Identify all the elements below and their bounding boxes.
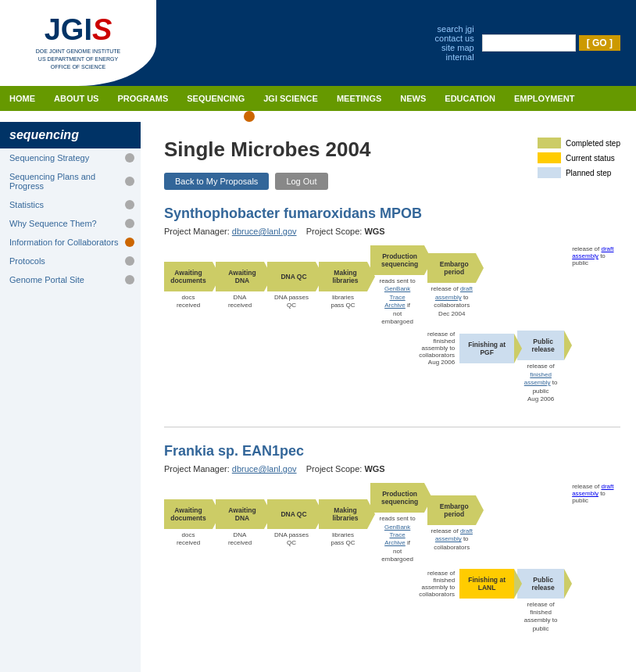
step-dna-qc-0: DNA QC [267, 262, 316, 291]
step-label-3: librariespass QC [331, 294, 355, 310]
sidebar-link-statistics[interactable]: Statistics [9, 200, 120, 209]
sidebar-item-genome-portal[interactable]: Genome Portal Site [0, 270, 141, 289]
logout-button[interactable]: Log Out [275, 173, 327, 190]
header: JGIS DOE JOINT GENOME INSTITUTE US DEPAR… [0, 0, 636, 86]
step-col-finishing-0: release of finished assembly tocollabora… [414, 331, 514, 366]
nav-programs[interactable]: PROGRAMS [108, 86, 177, 111]
sidebar-item-protocols[interactable]: Protocols [0, 252, 141, 270]
step-col-public-0: Publicrelease release of finishedassembl… [517, 331, 564, 403]
sidebar-item-why-sequence[interactable]: Why Sequence Them? [0, 214, 141, 233]
step-label-2-3: librariespass QC [331, 531, 355, 548]
step-label-1: DNAreceived [228, 294, 252, 310]
project-1-pipeline: Awaitingdocuments docsreceived AwaitingD… [164, 245, 620, 403]
step-bottom-label-left-0: release of finished assembly tocollabora… [414, 331, 455, 366]
search-jgi-link[interactable]: search jgi [435, 24, 474, 34]
draft-assembly-link-1[interactable]: draftassembly [435, 285, 473, 300]
step-col-public-2: Publicrelease release of finishedassembl… [517, 569, 564, 634]
sidebar-item-sequencing-strategy[interactable]: Sequencing Strategy [0, 148, 141, 167]
step-label-2-2: DNA passesQC [274, 531, 309, 548]
draft-assembly-link-2[interactable]: draftassembly [435, 527, 473, 542]
nav-meetings[interactable]: MEETINGS [327, 86, 391, 111]
back-button[interactable]: Back to My Proposals [164, 173, 269, 190]
nav-about-us[interactable]: ABOUT US [45, 86, 108, 111]
pipeline-main: Awaitingdocuments docsreceived AwaitingD… [164, 245, 566, 403]
jgi-logo: JGIS [45, 15, 113, 45]
genbank-link-1[interactable]: GenBankTraceArchive [384, 285, 410, 309]
nav-education[interactable]: EDUCATION [435, 86, 505, 111]
legend: Completed step Current status Planned st… [538, 138, 620, 178]
step-label-public-0: release of finishedassembly topublicAug … [517, 363, 564, 403]
sidebar-item-plans-progress[interactable]: Sequencing Plans and Progress [0, 167, 141, 195]
step-label-4: reads sent to GenBankTraceArchive ifnote… [372, 277, 423, 326]
legend-current-label: Current status [566, 154, 615, 163]
nav-employment[interactable]: EMPLOYMENT [505, 86, 584, 111]
step-awaiting-docs-2: Awaitingdocuments [164, 499, 213, 529]
main-layout: sequencing Sequencing Strategy Sequencin… [0, 122, 636, 672]
genbank-link-2[interactable]: GenBankTraceArchive [384, 524, 410, 547]
doe-text: DOE JOINT GENOME INSTITUTE US DEPARTMENT… [36, 48, 120, 70]
nav-jgi-science[interactable]: JGI SCIENCE [254, 86, 327, 111]
header-links: search jgi contact us site map internal [435, 24, 474, 62]
internal-link[interactable]: internal [435, 52, 474, 62]
step-col-2-5: Embargoperiod release of draftassembly t… [427, 495, 476, 552]
step-col-5: Embargoperiod release of draftassembly t… [427, 253, 476, 318]
divider-1 [164, 427, 620, 427]
project-2-section: Frankia sp. EAN1pec Project Manager: dbr… [164, 443, 620, 633]
step-col-2-2: DNA QC DNA passesQC [267, 499, 316, 548]
sidebar-dot-5 [125, 256, 134, 266]
step-awaiting-docs-0: Awaitingdocuments [164, 262, 213, 291]
search-input[interactable] [482, 34, 576, 52]
legend-planned-label: Planned step [566, 169, 611, 177]
contact-us-link[interactable]: contact us [435, 34, 474, 43]
step-label-2-4: reads sent to GenBankTraceArchive ifnote… [372, 515, 423, 563]
legend-planned: Planned step [538, 167, 620, 178]
nav-bar: HOME ABOUT US PROGRAMS SEQUENCING JGI SC… [0, 86, 636, 111]
step-col-4: Productionsequencing reads sent to GenBa… [370, 245, 424, 326]
step-col-2-0: Awaitingdocuments docsreceived [164, 499, 213, 548]
nav-home[interactable]: HOME [0, 86, 45, 111]
project-1-title: Synthophobacter fumaroxidans MPOB [164, 206, 620, 222]
draft-public-label-0: release of draftassembly to public [572, 245, 620, 266]
logo-area: JGIS DOE JOINT GENOME INSTITUTE US DEPAR… [0, 0, 156, 86]
step-production-0: Productionsequencing [370, 245, 424, 275]
project-2-scope: WGS [364, 464, 384, 474]
project-1-scope: WGS [364, 227, 384, 236]
go-button[interactable]: [ GO ] [579, 35, 620, 51]
step-dna-qc-2: DNA QC [267, 499, 316, 529]
sidebar-item-collaborators[interactable]: Information for Collaborators [0, 233, 141, 252]
pipeline-right-0: release of draftassembly to public [572, 245, 620, 268]
draft-public-label-2: release of draftassembly to public [572, 483, 620, 504]
main-content: Single Microbes 2004 Completed step Curr… [141, 122, 636, 672]
project-2-pipeline: Awaitingdocuments docsreceived AwaitingD… [164, 483, 620, 633]
sidebar-link-sequencing-strategy[interactable]: Sequencing Strategy [9, 153, 120, 163]
project-1-info: Project Manager: dbruce@lanl.gov Project… [164, 227, 620, 236]
sidebar-item-statistics[interactable]: Statistics [0, 195, 141, 214]
draft-public-link-2[interactable]: draftassembly [572, 483, 613, 497]
finished-assembly-link-1[interactable]: finishedassembly [524, 371, 552, 386]
project-2-title: Frankia sp. EAN1pec [164, 443, 620, 459]
nav-sequencing[interactable]: SEQUENCING [177, 86, 254, 111]
step-embargo-0: Embargoperiod [427, 253, 476, 283]
nav-news[interactable]: NEWS [391, 86, 435, 111]
sidebar-link-genome-portal[interactable]: Genome Portal Site [9, 275, 120, 284]
sidebar-link-why-sequence[interactable]: Why Sequence Them? [9, 219, 120, 228]
sidebar-link-protocols[interactable]: Protocols [9, 256, 120, 266]
step-col-0: Awaitingdocuments docsreceived [164, 262, 213, 310]
step-col-2-3: Makinglibraries librariespass QC [319, 499, 367, 548]
pipeline-bottom-row: release of finished assembly tocollabora… [414, 331, 566, 403]
draft-public-link-1[interactable]: draftassembly [572, 245, 613, 259]
project-2-info: Project Manager: dbruce@lanl.gov Project… [164, 464, 620, 474]
sidebar-link-collaborators[interactable]: Information for Collaborators [9, 238, 120, 247]
sidebar-dot-4 [125, 238, 134, 247]
legend-current-box [538, 152, 561, 163]
sidebar-link-plans-progress[interactable]: Sequencing Plans and Progress [9, 172, 120, 191]
project-1-email[interactable]: dbruce@lanl.gov [232, 227, 297, 236]
legend-completed-label: Completed step [566, 139, 620, 148]
pipeline-top-row-2: Awaitingdocuments docsreceived AwaitingD… [164, 483, 566, 563]
site-map-link[interactable]: site map [435, 43, 474, 52]
step-col-1: AwaitingDNA DNAreceived [216, 262, 264, 310]
project-2-email[interactable]: dbruce@lanl.gov [232, 464, 297, 474]
sidebar-dot-0 [125, 153, 134, 163]
step-bottom-label-left-2: release of finished assembly tocollabora… [414, 570, 455, 598]
step-label-0: docsreceived [177, 294, 200, 310]
